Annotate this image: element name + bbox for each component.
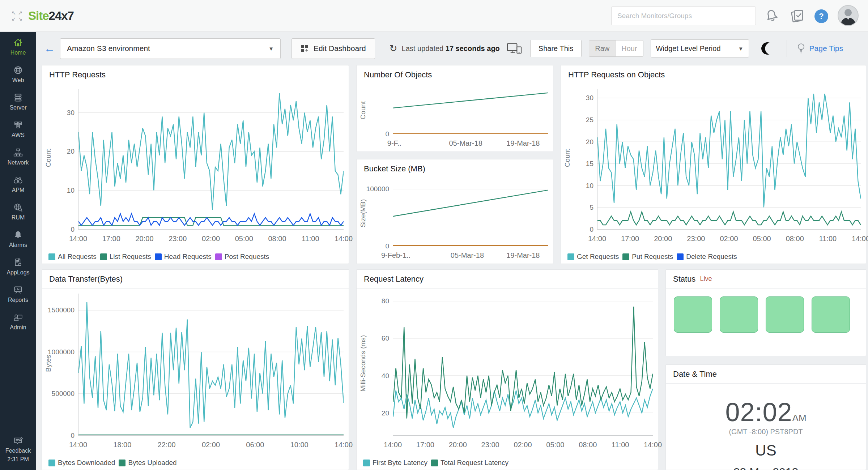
legend-item[interactable]: Bytes Downloaded: [48, 459, 115, 467]
widget-title: Data Transfer(Bytes): [49, 274, 123, 284]
bell-icon[interactable]: [764, 8, 780, 24]
back-arrow-icon[interactable]: ←: [44, 42, 57, 55]
sidebar-item-rum[interactable]: RUM: [12, 202, 25, 221]
legend-label: Total Request Latency: [441, 459, 509, 467]
sidebar-item-alarms[interactable]: Alarms: [9, 230, 27, 248]
refresh-icon[interactable]: ↻: [390, 43, 397, 54]
sidebar-item-admin[interactable]: Admin: [10, 312, 26, 331]
chart-plot[interactable]: [393, 89, 548, 134]
x-tick-label: 14:00: [384, 441, 402, 449]
x-tick-label: 06:00: [246, 441, 264, 449]
dashboard-select[interactable]: Amazon S3 environment ▼: [60, 38, 281, 59]
y-tick-label: 30: [67, 109, 75, 117]
globe-icon: [13, 65, 23, 75]
legend-swatch-icon: [48, 253, 55, 260]
sidebar-item-reports[interactable]: Reports: [8, 285, 28, 303]
legend-item[interactable]: First Byte Latency: [363, 459, 427, 467]
x-tick-label: 05-Mar-18: [451, 251, 484, 260]
legend-item[interactable]: Post Requests: [215, 253, 269, 261]
sidebar-item-web[interactable]: Web: [12, 65, 24, 84]
legend-item[interactable]: All Requests: [48, 253, 97, 261]
widget-title: HTTP Requests on Objects: [568, 70, 665, 80]
raw-toggle[interactable]: Raw: [589, 40, 616, 56]
y-tick-label: 0: [385, 242, 389, 250]
user-avatar[interactable]: [838, 5, 859, 26]
site24x7-logo: Site24x7: [28, 9, 74, 23]
collapse-sidebar-icon[interactable]: ↖↗↙↘: [11, 10, 23, 21]
chart-plot[interactable]: [78, 89, 344, 230]
x-tick-label: 20:00: [449, 441, 467, 449]
status-tile[interactable]: [720, 296, 758, 333]
legend-item[interactable]: Put Requests: [622, 253, 673, 261]
chart-legend: Bytes DownloadedBytes Uploaded: [48, 459, 180, 467]
y-tick-label: 1500000: [48, 306, 75, 314]
legend-swatch-icon: [48, 460, 55, 466]
chart-plot[interactable]: [78, 294, 344, 436]
series-line: [597, 212, 861, 225]
dark-mode-moon-icon[interactable]: [760, 41, 775, 56]
widget-level-period-select[interactable]: Widget Level Period ▼: [651, 39, 749, 57]
x-tick-label: 23:00: [687, 235, 705, 243]
x-tick-label: 11:00: [302, 235, 319, 243]
applogs-icon: [13, 257, 23, 268]
y-tick-label: 15: [586, 160, 593, 168]
legend-swatch-icon: [100, 253, 107, 260]
legend-label: All Requests: [58, 253, 97, 261]
series-line: [393, 93, 548, 108]
widget-data-transfer: Data Transfer(Bytes) Bytes 0500000100000…: [42, 269, 349, 470]
series-line: [78, 302, 344, 428]
x-axis: 14:0017:0020:0023:0002:0005:0008:0011:00…: [597, 232, 861, 247]
sidebar-item-applogs[interactable]: AppLogs: [7, 257, 29, 276]
x-tick-label: 02:00: [202, 441, 220, 449]
clock-display: 02:02AM: [666, 397, 866, 427]
y-tick-label: 30: [586, 94, 593, 102]
hour-toggle[interactable]: Hour: [616, 40, 643, 56]
x-tick-label: 9-F..: [387, 139, 401, 148]
y-tick-label: 10: [586, 182, 593, 190]
legend-label: Head Requests: [164, 253, 212, 261]
y-axis: 0102030: [55, 89, 78, 230]
x-tick-label: 9-Feb-1..: [381, 251, 410, 260]
y-axis: 050000010000001500000: [55, 294, 78, 436]
help-icon[interactable]: ?: [814, 9, 828, 23]
legend-item[interactable]: Head Requests: [155, 253, 212, 261]
status-tile[interactable]: [674, 296, 712, 333]
legend-item[interactable]: List Requests: [100, 253, 151, 261]
legend-item[interactable]: Get Requests: [567, 253, 619, 261]
x-tick-label: 08:00: [786, 235, 804, 243]
legend-label: Put Requests: [632, 253, 673, 261]
legend-item[interactable]: Bytes Uploaded: [119, 459, 176, 467]
sidebar-item-aws[interactable]: AWS: [12, 120, 25, 138]
legend-label: Get Requests: [577, 253, 619, 261]
sidebar-item-server[interactable]: Server: [9, 93, 26, 111]
edit-dashboard-button[interactable]: Edit Dashboard: [292, 38, 375, 59]
chart-plot[interactable]: [597, 89, 861, 230]
sidebar-item-feedback[interactable]: Feedback: [5, 436, 31, 454]
widget-bucket-size: Bucket Size (MB) Size(MB) 0100000 9-Feb-…: [356, 159, 553, 264]
legend-label: Bytes Uploaded: [128, 459, 176, 467]
last-updated-text: Last updated 17 seconds ago: [402, 44, 500, 53]
lightbulb-icon: [796, 43, 806, 54]
y-tick-label: 20: [67, 148, 75, 155]
legend-item[interactable]: Total Request Latency: [431, 459, 509, 467]
legend-item[interactable]: Delete Requests: [677, 253, 737, 261]
x-tick-label: 10:00: [290, 441, 309, 449]
status-tile[interactable]: [766, 296, 804, 333]
chart-plot[interactable]: [393, 183, 548, 246]
widget-status: Status Live: [665, 269, 866, 356]
devices-icon[interactable]: [506, 42, 522, 55]
x-tick-label: 14:00: [335, 441, 353, 449]
x-tick-label: 23:00: [481, 441, 499, 449]
widget-http-requests-on-objects: HTTP Requests on Objects Count 051015202…: [561, 65, 866, 264]
x-tick-label: 02:00: [514, 441, 532, 449]
sidebar-item-apm[interactable]: APM: [12, 175, 25, 193]
raw-hour-toggle: Raw Hour: [589, 40, 643, 57]
sidebar-item-network[interactable]: Network: [8, 148, 29, 166]
page-tips-link[interactable]: Page Tips: [796, 43, 843, 54]
tasks-icon[interactable]: [789, 8, 805, 24]
sidebar-item-home[interactable]: Home: [10, 38, 26, 56]
share-this-button[interactable]: Share This: [530, 40, 582, 57]
chart-plot[interactable]: [393, 294, 653, 436]
search-input[interactable]: [611, 7, 756, 25]
status-tile[interactable]: [812, 296, 850, 333]
